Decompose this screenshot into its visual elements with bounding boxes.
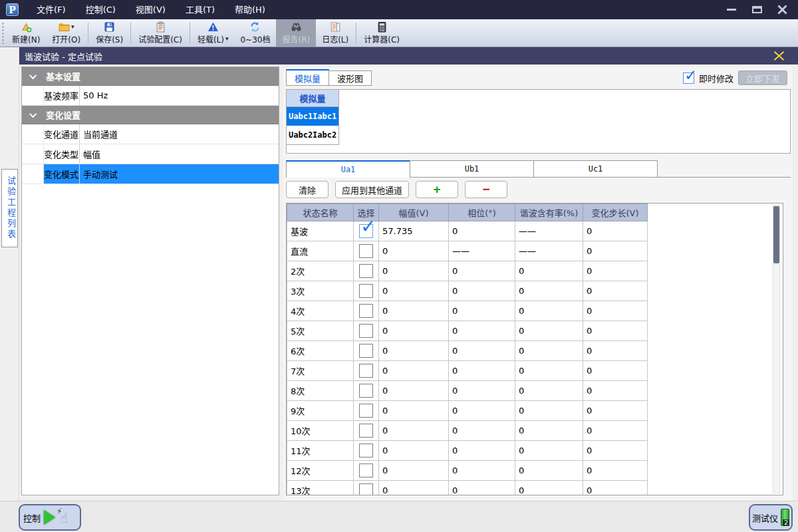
phase-cell[interactable]: 0 [449, 461, 515, 481]
amplitude-cell[interactable]: 0 [379, 441, 449, 461]
step-cell[interactable]: 0 [583, 261, 648, 281]
channel-item[interactable]: Uabc1Iabc1 [287, 107, 338, 126]
step-cell[interactable]: 0 [583, 361, 648, 381]
step-cell[interactable]: 0 [583, 401, 648, 421]
setting-value[interactable]: 50 Hz [80, 86, 279, 105]
add-row-button[interactable]: + [416, 181, 458, 198]
step-cell[interactable]: 0 [583, 221, 648, 241]
harmonic-rate-cell[interactable]: 0 [515, 341, 583, 361]
step-cell[interactable]: 0 [583, 381, 648, 401]
row-select-checkbox[interactable] [359, 324, 373, 338]
row-select-checkbox[interactable] [359, 304, 373, 318]
setting-value[interactable]: 幅值 [80, 144, 279, 164]
harmonic-rate-cell[interactable]: 0 [515, 481, 583, 496]
toolbar-range-0-30-button[interactable]: 0~30档 [234, 19, 276, 47]
amplitude-cell[interactable]: 0 [379, 241, 449, 261]
amplitude-cell[interactable]: 0 [379, 381, 449, 401]
phase-tab-ub1[interactable]: Ub1 [410, 160, 534, 177]
step-cell[interactable]: 0 [583, 421, 648, 441]
phase-cell[interactable]: 0 [449, 401, 515, 421]
minimize-button[interactable] [721, 3, 742, 17]
phase-cell[interactable]: 0 [449, 281, 515, 301]
phase-cell[interactable]: 0 [449, 441, 515, 461]
phase-tab-uc1[interactable]: Uc1 [533, 160, 658, 177]
vertical-scrollbar[interactable] [773, 205, 780, 493]
menu-help[interactable]: 帮助(H) [225, 0, 275, 19]
amplitude-cell[interactable]: 0 [379, 481, 449, 496]
menu-control[interactable]: 控制(C) [76, 0, 126, 19]
row-select-checkbox[interactable] [359, 264, 373, 278]
tester-button[interactable]: 测试仪 2 [749, 504, 793, 531]
step-cell[interactable]: 0 [583, 461, 648, 481]
maximize-button[interactable] [746, 3, 767, 17]
menu-file[interactable]: 文件(F) [27, 0, 76, 19]
settings-row[interactable]: 变化类型幅值 [22, 144, 279, 164]
toolbar-open-button[interactable]: ▾打开(O) [46, 19, 86, 47]
row-select-checkbox[interactable] [359, 464, 373, 477]
settings-row[interactable]: 基波频率50 Hz [22, 86, 279, 106]
phase-cell[interactable]: —— [449, 241, 515, 261]
apply-to-other-channels-button[interactable]: 应用到其他通道 [335, 181, 409, 198]
settings-row[interactable]: 变化模式手动测试 [22, 164, 279, 184]
row-select-checkbox[interactable]: ✓ [359, 224, 373, 238]
step-cell[interactable]: 0 [583, 301, 648, 321]
harmonic-rate-cell[interactable]: 0 [515, 361, 583, 381]
manual-trigger-button[interactable]: ☝ ⚡ [58, 509, 74, 526]
harmonic-rate-cell[interactable]: —— [515, 221, 583, 241]
amplitude-cell[interactable]: 0 [379, 301, 449, 321]
settings-group-header-basic[interactable]: 基本设置 [22, 67, 279, 86]
toolbar-log-button[interactable]: 日志(L) [316, 19, 354, 47]
amplitude-cell[interactable]: 0 [379, 281, 449, 301]
toolbar-grip[interactable] [1, 22, 5, 44]
step-cell[interactable]: 0 [583, 481, 648, 496]
step-cell[interactable]: 0 [583, 281, 648, 301]
toolbar-calculator-button[interactable]: 计算器(C) [358, 19, 406, 47]
channel-item[interactable]: Uabc2Iabc2 [287, 126, 338, 144]
menu-view[interactable]: 视图(V) [126, 0, 176, 19]
start-button[interactable] [44, 510, 55, 525]
phase-tab-ua1[interactable]: Ua1 [286, 160, 410, 178]
amplitude-cell[interactable]: 0 [379, 461, 449, 481]
harmonic-rate-cell[interactable]: —— [515, 241, 583, 261]
settings-row[interactable]: 变化通道当前通道 [22, 124, 279, 144]
phase-cell[interactable]: 0 [449, 361, 515, 381]
clear-button[interactable]: 清除 [286, 181, 329, 198]
setting-value[interactable]: 手动测试 [80, 164, 279, 184]
amplitude-cell[interactable]: 57.735 [379, 221, 449, 241]
close-button[interactable] [771, 3, 793, 17]
amplitude-cell[interactable]: 0 [379, 341, 449, 361]
harmonic-rate-cell[interactable]: 0 [515, 321, 583, 341]
harmonic-rate-cell[interactable]: 0 [515, 381, 583, 401]
toolbar-test-config-button[interactable]: 试验配置(C) [132, 19, 188, 47]
phase-cell[interactable]: 0 [449, 301, 515, 321]
row-select-checkbox[interactable] [359, 424, 373, 438]
step-cell[interactable]: 0 [583, 441, 648, 461]
row-select-checkbox[interactable] [359, 483, 373, 495]
row-select-checkbox[interactable] [359, 444, 373, 458]
step-cell[interactable]: 0 [583, 341, 648, 361]
settings-group-header-variation[interactable]: 变化设置 [22, 106, 279, 124]
toolbar-light-load-button[interactable]: 轻载(L)▾ [192, 19, 235, 47]
menu-tools[interactable]: 工具(T) [176, 0, 225, 19]
tab-test-project-list[interactable]: 试验工程列表 [1, 169, 18, 247]
step-cell[interactable]: 0 [583, 241, 648, 261]
phase-cell[interactable]: 0 [449, 261, 515, 281]
phase-cell[interactable]: 0 [449, 381, 515, 401]
setting-value[interactable]: 当前通道 [80, 124, 279, 144]
row-select-checkbox[interactable] [359, 244, 373, 258]
harmonic-rate-cell[interactable]: 0 [515, 281, 583, 301]
harmonic-rate-cell[interactable]: 0 [515, 461, 583, 481]
harmonic-rate-cell[interactable]: 0 [515, 301, 583, 321]
step-cell[interactable]: 0 [583, 321, 648, 341]
amplitude-cell[interactable]: 0 [379, 321, 449, 341]
row-select-checkbox[interactable] [359, 284, 373, 298]
remove-row-button[interactable]: − [465, 181, 507, 198]
phase-cell[interactable]: 0 [449, 481, 515, 496]
amplitude-cell[interactable]: 0 [379, 401, 449, 421]
harmonic-rate-cell[interactable]: 0 [515, 261, 583, 281]
toolbar-save-button[interactable]: 保存(S) [90, 19, 129, 47]
toolbar-new-button[interactable]: 新建(N) [6, 19, 46, 47]
row-select-checkbox[interactable] [359, 364, 373, 378]
close-test-button[interactable] [773, 51, 785, 61]
amplitude-cell[interactable]: 0 [379, 261, 449, 281]
